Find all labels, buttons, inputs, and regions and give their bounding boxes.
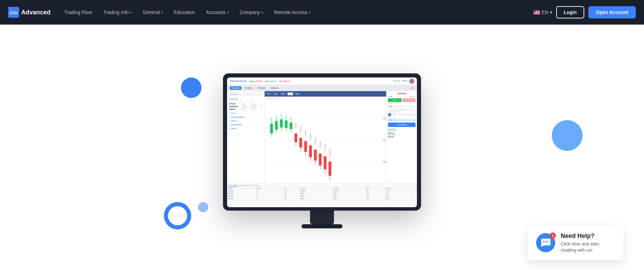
screen-search-box: 🔍 Search [228,93,263,96]
screen-chart-toolbar: 1m 5m 15m 1D 1W ⚙ ≡ ⤢ [265,91,386,97]
svg-rect-42 [328,162,331,176]
screen-chart-canvas: BITCOIN 1D 20,000 [265,97,386,183]
cat-commodities: ⚡ Commodities [228,124,263,126]
nav-right: 🇺🇸 EN ▾ Login Open Account [533,6,636,18]
nav-item-education[interactable]: Education [168,0,200,25]
candlestick-chart: 40k 35k 30k [265,97,386,183]
buy-sell-toggle: Buy Sell [388,98,416,102]
help-subtitle: Click here and start chatting with us! [561,241,615,253]
blob-small [198,202,208,212]
bottom-tabs: Open Orders Pending Orders Closed Orders [227,184,417,187]
svg-text:35k: 35k [383,138,386,142]
screen-tab-aud-cad: AUD/CAD [269,86,281,90]
svg-rect-9 [275,121,278,129]
blob-right [552,120,583,151]
chevron-down-icon: ▾ [227,11,229,14]
help-icon-wrapper: 1 [536,233,555,252]
svg-rect-30 [309,145,312,157]
help-text: Need Help? Click here and start chatting… [561,232,615,253]
asset-row-xrp: XRPUSD current current ▲ [228,108,263,111]
chevron-down-icon: ▾ [262,11,263,14]
cat-indices: ⚡ Indices [228,120,263,122]
nav-item-general[interactable]: General ▾ [137,0,168,25]
chevron-down-icon: ▾ [550,10,552,15]
takeprofit-input: — [392,113,414,116]
screen-body: 🔍 Search Favorites AssetBidAsk BITCOIN c… [227,91,417,183]
tab-closed-orders: Closed Orders [250,185,260,187]
tab-open-orders: Open Orders [228,185,237,187]
table-row: AUD/CADSell1.000.91200.91800.00-$60.00 [227,198,417,200]
chevron-down-icon: ▾ [161,11,163,14]
svg-text:30k: 30k [383,160,386,164]
screen-stat-balance: Balance $768.32 [250,80,263,82]
screen-sidebar: 🔍 Search Favorites AssetBidAsk BITCOIN c… [227,91,265,183]
screen-main-chart: 1m 5m 15m 1D 1W ⚙ ≡ ⤢ BITCOIN 1D 20,000 [265,91,386,183]
tf-15m: 15m [280,93,286,95]
nav-item-accounts[interactable]: Accounts ▾ [200,0,234,25]
logo-text: Advanced [21,9,51,16]
svg-rect-39 [324,156,326,169]
screen-tab-eth-btc: ETH/BTC [243,86,254,90]
table-row: BTC/USDBuy1.0042,301.2043,201.000.00+$89… [227,189,417,192]
svg-rect-6 [270,124,273,133]
screen-stat-pnl: P&L -$552.23 [279,80,289,82]
nav-item-remote-access[interactable]: Remote Access ▾ [269,0,316,25]
screen-bottom-panel: Open Orders Pending Orders Closed Orders… [227,183,417,207]
screen-logo: CFD Advanced [230,80,247,82]
place-order-button: PLACE ORDER [388,123,416,127]
flag-icon: 🇺🇸 [533,9,540,16]
chart-symbol-label: BITCOIN 1D 20,000 [266,98,278,100]
svg-rect-12 [280,119,283,128]
screen-tab-btc-usd: BTC/USD [230,86,241,90]
nav-items: Trading Floor Trading Info ▾ General ▾ E… [59,0,533,25]
svg-rect-15 [285,120,288,128]
hero-section: CFD Advanced Balance $768.32 Equity $832… [0,25,644,270]
logo[interactable]: CFD Advanced [8,7,51,18]
nav-item-company[interactable]: Company ▾ [234,0,269,25]
cat-stocks: ⚡ Stocks [228,127,263,129]
svg-rect-27 [304,141,307,152]
svg-point-47 [543,241,544,242]
warranty-input: 100% [388,119,416,122]
svg-text:40k: 40k [383,116,386,120]
screen-stat-equity: Equity $832.54 [265,80,276,82]
help-widget[interactable]: 1 Need Help? Click here and start chatti… [528,226,624,260]
table-row: ETH/USDSell0.503,100.003,050.000.00+$25.… [227,192,417,195]
blob-ring [164,202,191,229]
screen-tab-eth-usd: ETH/USD [256,86,267,90]
screen-nav: CFD Advanced Balance $768.32 Equity $832… [227,77,417,85]
monitor-stand [310,211,334,224]
cat-forex: ⚡ Forex [228,112,263,114]
buy-button: Buy [388,98,402,102]
order-panel: ₿ BTC/USD Trade Pending Buy Sell Amount … [386,91,417,183]
open-account-button[interactable]: Open Account [588,6,636,18]
svg-rect-24 [299,138,302,148]
svg-point-49 [547,241,548,242]
svg-rect-18 [290,123,292,129]
monitor-base [302,224,342,228]
nav-item-trading-floor[interactable]: Trading Floor [59,0,98,25]
orders-table: SymbolDirectionLotOpen PriceClose PriceS… [227,187,417,200]
nav-item-trading-info[interactable]: Trading Info ▾ [98,0,137,25]
svg-rect-33 [314,150,317,161]
table-row: XRP/USDBuy2.000.82000.7950-0.10-$50.00 [227,195,417,198]
login-button[interactable]: Login [556,6,584,18]
help-title: Need Help? [561,232,615,240]
amount-input: 1,000 [388,105,416,108]
tab-pending-orders: Pending Orders [238,185,249,187]
monitor-display: CFD Advanced Balance $768.32 Equity $832… [223,73,421,228]
cat-crypto: ⚡ Cryptocurrencies [228,116,263,118]
svg-rect-36 [319,154,322,166]
navbar: CFD Advanced Trading Floor Trading Info … [0,0,644,25]
tf-5m: 5m [273,93,278,95]
screen-asset-tabs: BTC/USD ETH/BTC ETH/USD AUD/CAD + Add [227,85,417,91]
svg-text:CFD: CFD [10,11,17,15]
tf-1d: 1D [288,93,293,95]
language-selector[interactable]: 🇺🇸 EN ▾ [533,9,552,16]
svg-point-48 [545,241,546,242]
order-summary: Potential Profit $320.00 (320%) Margin $… [388,128,416,138]
monitor-screen: CFD Advanced Balance $768.32 Equity $832… [227,77,417,207]
asset-row-bitcoin: BITCOIN current current ▲ [228,102,263,105]
favorites-section: Favorites [228,98,263,100]
chevron-down-icon: ▾ [309,11,310,14]
